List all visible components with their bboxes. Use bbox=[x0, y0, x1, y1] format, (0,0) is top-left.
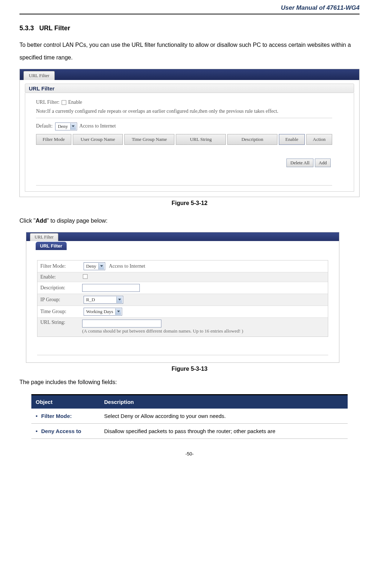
page-number: -50- bbox=[19, 451, 360, 456]
col-object: Object bbox=[31, 395, 100, 409]
enable-label: Enable: bbox=[40, 274, 82, 280]
add-button[interactable]: Add bbox=[315, 159, 331, 167]
column-headers: Filter Mode User Group Name Time Group N… bbox=[36, 134, 332, 145]
divider bbox=[36, 185, 332, 186]
chevron-down-icon bbox=[116, 297, 122, 303]
tab-url-filter[interactable]: URL Filter bbox=[23, 71, 55, 80]
url-filter-label: URL Filter: bbox=[36, 99, 59, 105]
col-description: Description bbox=[100, 395, 348, 409]
click-add-text: Click "Add" to display page below: bbox=[19, 214, 360, 227]
row-ip-group: IP Group: R_D bbox=[37, 294, 328, 306]
enable-checkbox[interactable] bbox=[83, 274, 88, 279]
default-suffix: Access to Internet bbox=[79, 123, 116, 129]
default-select[interactable]: Deny bbox=[55, 122, 77, 130]
delete-all-button[interactable]: Delete All bbox=[286, 159, 313, 167]
table-row: Deny Access to Disallow specified packet… bbox=[31, 424, 348, 439]
section-number: 5.3.3 bbox=[19, 24, 34, 32]
description-label: Description: bbox=[40, 285, 82, 291]
col-action[interactable]: Action bbox=[306, 134, 332, 145]
panel-title-tab: URL Filter bbox=[36, 242, 67, 250]
object-filter-mode: Filter Mode: bbox=[36, 413, 72, 419]
time-group-select[interactable]: Working Days bbox=[84, 308, 122, 316]
intro-paragraph: To better control LAN PCs, you can use t… bbox=[19, 39, 360, 64]
panel-title: URL Filter bbox=[29, 85, 54, 92]
default-select-value: Deny bbox=[58, 124, 68, 129]
row-url-string: URL String: (A comma should be put betwe… bbox=[37, 318, 328, 337]
col-enable[interactable]: Enable bbox=[279, 134, 305, 145]
note-text: Note:If a currently configured rule repe… bbox=[36, 108, 332, 114]
screenshot-fig-5-3-13: URL Filter URL Filter Filter Mode: Deny … bbox=[26, 232, 339, 363]
chevron-down-icon bbox=[70, 123, 76, 130]
divider bbox=[36, 118, 332, 118]
screenshot-fig-5-3-12: URL Filter URL Filter URL Filter: Enable… bbox=[19, 69, 360, 197]
panel-title-bar: URL Filter bbox=[25, 84, 354, 93]
time-group-label: Time Group: bbox=[40, 309, 82, 315]
chevron-down-icon bbox=[115, 308, 121, 315]
description-table: Object Description Filter Mode: Select D… bbox=[31, 392, 348, 439]
row-time-group: Time Group: Working Days bbox=[37, 306, 328, 318]
tab-strip: URL Filter bbox=[26, 232, 339, 241]
col-url-string[interactable]: URL String bbox=[176, 134, 226, 145]
figure-caption-2: Figure 5-3-13 bbox=[19, 366, 360, 372]
desc-filter-mode: Select Deny or Allow according to your o… bbox=[100, 409, 348, 424]
object-deny-access: Deny Access to bbox=[36, 428, 81, 434]
desc-deny-access: Disallow specified packets to pass throu… bbox=[100, 424, 348, 439]
table-header-row: Object Description bbox=[31, 395, 348, 409]
url-string-input[interactable] bbox=[82, 320, 161, 328]
row-enable: Enable: bbox=[37, 272, 328, 282]
section-title: URL Filter bbox=[39, 24, 70, 32]
tab-strip: URL Filter bbox=[20, 69, 359, 80]
description-input[interactable] bbox=[82, 284, 140, 292]
default-label: Default: bbox=[36, 123, 53, 129]
col-user-group[interactable]: User Group Name bbox=[73, 134, 123, 145]
ip-group-select[interactable]: R_D bbox=[84, 296, 123, 304]
chevron-down-icon bbox=[98, 263, 104, 270]
url-string-label: URL String: bbox=[40, 320, 82, 325]
figure-caption-1: Figure 5-3-12 bbox=[19, 200, 360, 206]
form-block: Filter Mode: Deny Access to Internet Ena… bbox=[37, 260, 328, 337]
section-heading: 5.3.3 URL Filter bbox=[19, 24, 360, 32]
url-string-note: (A comma should be put between different… bbox=[82, 328, 243, 335]
tab-url-filter[interactable]: URL Filter bbox=[30, 233, 58, 241]
divider bbox=[37, 355, 328, 355]
doc-title-header: User Manual of 47611-WG4 bbox=[19, 0, 360, 14]
fields-intro: The page includes the following fields: bbox=[19, 376, 360, 388]
filter-mode-label: Filter Mode: bbox=[40, 263, 82, 269]
filter-mode-select[interactable]: Deny bbox=[84, 262, 105, 270]
row-filter-mode: Filter Mode: Deny Access to Internet bbox=[37, 260, 328, 272]
url-filter-enable-checkbox[interactable] bbox=[62, 100, 66, 105]
enable-text: Enable bbox=[68, 99, 82, 105]
col-description[interactable]: Description bbox=[227, 134, 277, 145]
ip-group-label: IP Group: bbox=[40, 297, 82, 303]
row-description: Description: bbox=[37, 282, 328, 294]
filter-mode-suffix: Access to Internet bbox=[109, 263, 145, 269]
col-time-group[interactable]: Time Group Name bbox=[124, 134, 174, 145]
table-row: Filter Mode: Select Deny or Allow accord… bbox=[31, 409, 348, 424]
col-filter-mode[interactable]: Filter Mode bbox=[36, 134, 71, 145]
